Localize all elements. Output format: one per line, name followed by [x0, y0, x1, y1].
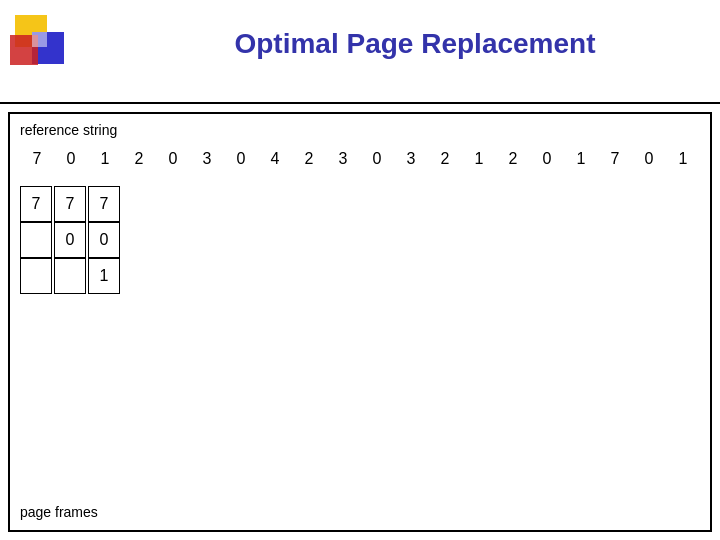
frame-cell: 7	[54, 186, 86, 222]
frame-cell: 0	[88, 222, 120, 258]
ref-number: 7	[20, 150, 54, 168]
ref-number: 1	[88, 150, 122, 168]
ref-number: 2	[428, 150, 462, 168]
ref-number: 3	[394, 150, 428, 168]
ref-number: 3	[326, 150, 360, 168]
ref-number: 0	[632, 150, 666, 168]
frame-cell: 1	[88, 258, 120, 294]
ref-number: 4	[258, 150, 292, 168]
frame-columns-area: 770701	[20, 186, 120, 294]
ref-number: 0	[54, 150, 88, 168]
ref-number: 0	[360, 150, 394, 168]
frame-col-0: 7	[20, 186, 52, 294]
frame-col-1: 70	[54, 186, 86, 294]
ref-number: 3	[190, 150, 224, 168]
frame-cell	[20, 258, 52, 294]
ref-number: 0	[156, 150, 190, 168]
header-divider	[0, 102, 720, 104]
frame-cell	[20, 222, 52, 258]
ref-number: 7	[598, 150, 632, 168]
frame-cell	[54, 258, 86, 294]
frame-cell: 7	[88, 186, 120, 222]
frame-col-2: 701	[88, 186, 120, 294]
ref-number: 2	[496, 150, 530, 168]
frame-cell: 7	[20, 186, 52, 222]
frame-cell: 0	[54, 222, 86, 258]
logo	[10, 10, 85, 85]
reference-string-numbers: 70120304230321201701	[20, 150, 700, 168]
page-frames-label: page frames	[20, 504, 98, 520]
ref-number: 1	[462, 150, 496, 168]
page-title: Optimal Page Replacement	[130, 28, 700, 60]
ref-number: 0	[530, 150, 564, 168]
ref-number: 2	[292, 150, 326, 168]
ref-number: 1	[564, 150, 598, 168]
svg-rect-3	[32, 32, 47, 47]
reference-string-label: reference string	[20, 122, 117, 138]
ref-number: 0	[224, 150, 258, 168]
main-content-box: reference string 70120304230321201701 77…	[8, 112, 712, 532]
ref-number: 2	[122, 150, 156, 168]
ref-number: 1	[666, 150, 700, 168]
